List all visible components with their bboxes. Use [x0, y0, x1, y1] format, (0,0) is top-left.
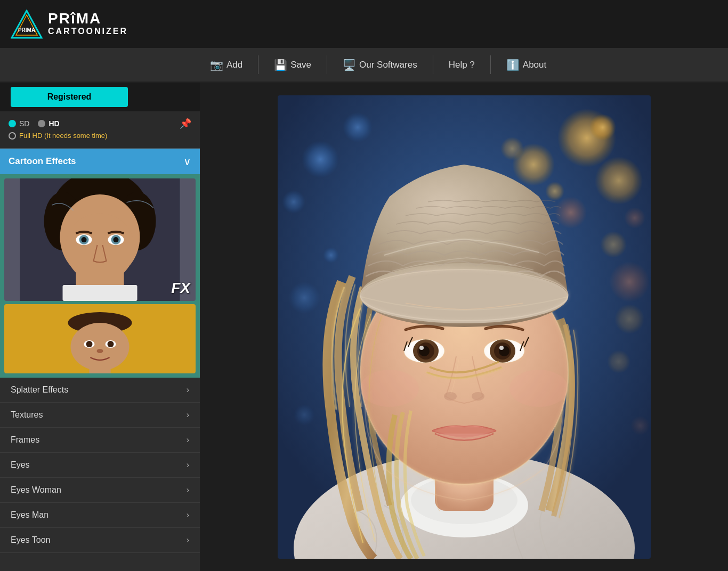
effects-dropdown-label: Cartoon Effects — [9, 156, 76, 167]
thumb1-svg — [4, 178, 196, 301]
quality-hd-option[interactable]: HD — [38, 119, 59, 128]
toolbar-divider-3 — [433, 55, 433, 74]
menu-item-splatter[interactable]: Splatter Effects › — [0, 378, 200, 403]
svg-point-36 — [282, 190, 305, 214]
svg-point-12 — [82, 237, 87, 242]
svg-point-39 — [288, 282, 320, 314]
svg-point-71 — [607, 350, 630, 373]
chevron-down-icon: ∨ — [183, 155, 191, 168]
svg-point-58 — [419, 346, 424, 350]
quality-panel: SD HD 📌 Full HD (It needs some time) — [0, 111, 200, 149]
svg-point-42 — [624, 207, 645, 229]
toolbar-divider-2 — [327, 55, 327, 74]
logo-text: PRîMA CARTOONIZER — [48, 11, 128, 36]
eyes-woman-label: Eyes Woman — [11, 485, 61, 495]
svg-point-41 — [500, 137, 524, 160]
quality-row-1: SD HD 📌 — [9, 118, 191, 129]
svg-point-23 — [86, 341, 93, 347]
svg-rect-17 — [63, 285, 137, 301]
svg-point-26 — [97, 349, 103, 353]
save-button[interactable]: 💾 Save — [266, 55, 319, 75]
svg-point-25 — [108, 341, 114, 347]
add-label: Add — [227, 60, 242, 70]
splatter-arrow-icon: › — [187, 385, 189, 395]
radio-hd[interactable] — [38, 120, 45, 127]
eyes-label: Eyes — [11, 460, 30, 470]
textures-arrow-icon: › — [187, 410, 189, 420]
canvas-area — [211, 93, 717, 560]
svg-point-37 — [609, 262, 650, 302]
svg-point-66 — [444, 392, 457, 401]
add-button[interactable]: 📷 Add — [203, 55, 250, 75]
pin-icon[interactable]: 📌 — [180, 118, 191, 129]
menu-item-eyes-man[interactable]: Eyes Man › — [0, 503, 200, 528]
quality-sd-option[interactable]: SD — [9, 119, 29, 128]
splatter-label: Splatter Effects — [11, 385, 68, 395]
menu-item-eyes[interactable]: Eyes › — [0, 453, 200, 478]
svg-point-38 — [600, 231, 627, 258]
svg-text:PRIMA: PRIMA — [18, 27, 35, 33]
save-label: Save — [290, 60, 311, 70]
textures-label: Textures — [11, 410, 43, 420]
svg-point-44 — [614, 304, 644, 334]
eyes-toon-arrow-icon: › — [187, 535, 189, 545]
svg-point-21 — [71, 323, 130, 371]
menu-item-textures[interactable]: Textures › — [0, 403, 200, 428]
radio-sd[interactable] — [9, 120, 16, 127]
svg-point-72 — [630, 416, 650, 435]
menu-item-frames[interactable]: Frames › — [0, 428, 200, 453]
help-button[interactable]: Help ? — [441, 56, 482, 74]
cartoon-effects-dropdown[interactable]: Cartoon Effects ∨ — [0, 149, 200, 174]
eyes-arrow-icon: › — [187, 460, 189, 470]
monitor-icon: 🖥️ — [343, 59, 356, 71]
about-label: About — [523, 60, 546, 70]
quality-fullhd-option[interactable]: Full HD (It needs some time) — [9, 132, 107, 140]
camera-icon: 📷 — [210, 59, 223, 71]
svg-rect-16 — [76, 266, 124, 288]
radio-fullhd[interactable] — [9, 132, 16, 140]
svg-point-35 — [343, 112, 373, 142]
effect-thumbnail-1[interactable]: FX — [4, 178, 196, 301]
svg-point-34 — [302, 141, 339, 178]
fx-badge-1: FX — [171, 280, 190, 297]
logo-triangle-icon: PRIMA — [11, 10, 43, 39]
logo-cartoonizer: CARTOONIZER — [48, 26, 128, 36]
softwares-button[interactable]: 🖥️ Our Softwares — [335, 55, 425, 75]
info-icon: ℹ️ — [506, 59, 520, 71]
svg-point-40 — [545, 182, 564, 201]
save-icon: 💾 — [274, 59, 287, 71]
thumb2-svg — [4, 304, 196, 373]
portrait-svg — [278, 95, 651, 559]
main-content — [200, 83, 728, 571]
svg-point-31 — [595, 157, 643, 205]
effects-thumbnails: FX — [0, 174, 200, 378]
svg-point-32 — [555, 197, 587, 229]
app-toolbar: 📷 Add 💾 Save 🖥️ Our Softwares Help ? ℹ️ … — [0, 48, 728, 83]
svg-point-69 — [509, 370, 568, 407]
sidebar: Registered SD HD 📌 Full HD (It needs som… — [0, 83, 200, 571]
svg-point-70 — [294, 404, 315, 426]
menu-item-eyes-woman[interactable]: Eyes Woman › — [0, 478, 200, 503]
menu-item-eyes-toon[interactable]: Eyes Toon › — [0, 528, 200, 553]
svg-point-52 — [360, 270, 568, 323]
eyes-man-arrow-icon: › — [187, 510, 189, 520]
menu-section: Splatter Effects › Textures › Frames › E… — [0, 378, 200, 571]
quality-row-2: Full HD (It needs some time) — [9, 132, 191, 140]
softwares-label: Our Softwares — [359, 60, 417, 70]
eyes-man-label: Eyes Man — [11, 510, 48, 520]
portrait-display — [278, 95, 651, 559]
eyes-woman-arrow-icon: › — [187, 485, 189, 495]
eyes-toon-label: Eyes Toon — [11, 535, 50, 545]
about-button[interactable]: ℹ️ About — [499, 55, 554, 75]
registered-button[interactable]: Registered — [11, 87, 128, 107]
logo-area: PRIMA PRîMA CARTOONIZER — [11, 10, 128, 39]
quality-sd-label: SD — [19, 119, 29, 128]
help-label: Help ? — [449, 60, 475, 70]
svg-rect-27 — [90, 368, 111, 373]
quality-hd-label: HD — [48, 119, 59, 128]
effect-thumbnail-2[interactable] — [4, 304, 196, 373]
toolbar-divider-1 — [258, 55, 258, 74]
svg-point-67 — [472, 392, 484, 401]
svg-point-33 — [589, 114, 616, 141]
frames-arrow-icon: › — [187, 435, 189, 445]
